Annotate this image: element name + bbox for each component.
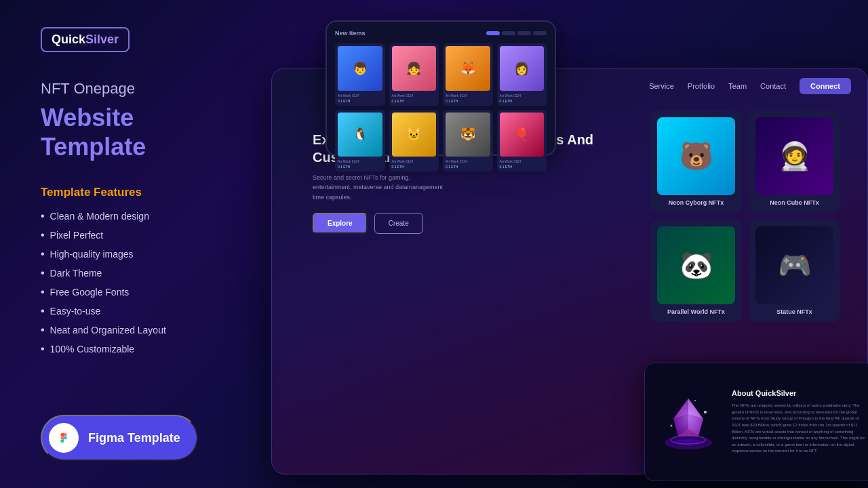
main-title: Website Template [41, 103, 244, 161]
nft-cube-name: Neon Cube NFTx [755, 199, 833, 206]
nft-parallel-img: 🐼 [657, 226, 735, 304]
nft-card-cube: 🧑‍🚀 Neon Cube NFTx [749, 110, 840, 213]
mockups-area: New Items 👦 Art Work 0124 0.1 ETH 👧 Art … [271, 0, 868, 488]
create-button[interactable]: Create [374, 213, 423, 234]
logo-text: QuickSilver [52, 33, 119, 47]
feature-item-6: Easy-to-use [41, 305, 244, 317]
features-heading: Template Features [41, 186, 244, 199]
features-list: Clean & Modern design Pixel Perfect High… [41, 210, 244, 362]
nft-small-img-3: 👩 [500, 46, 545, 91]
top-tablet-title: New Items [335, 30, 366, 37]
explore-button[interactable]: Explore [313, 213, 368, 234]
nft-small-img-6: 🐯 [446, 113, 490, 157]
nft-small-card-5: 🐱 Art Work 0124 0.1 ETH [389, 110, 439, 172]
top-tablet-header: New Items [335, 30, 547, 37]
feature-item-1: Clean & Modern design [41, 210, 244, 222]
hero-desc: Secure and secret NFTs for gaming, enter… [313, 173, 448, 202]
nft-small-card-6: 🐯 Art Work 0124 0.1 ETH [443, 110, 493, 172]
nft-parallel-name: Parallel World NFTx [657, 308, 735, 315]
nft-cube-img: 🧑‍🚀 [755, 117, 833, 195]
nft-small-card-2: 🦊 Art Work 0124 0.1 ETH [443, 43, 493, 106]
nft-small-card-7: 🎈 Art Work 0124 0.1 ETH [497, 110, 547, 172]
feature-item-3: High-quality images [41, 248, 244, 260]
nft-small-card-4: 🐧 Art Work 0124 0.1 ETH [335, 110, 385, 172]
about-title: About QuickSilver [732, 389, 865, 397]
nft-small-img-2: 🦊 [446, 46, 490, 91]
svg-point-10 [694, 400, 696, 401]
figma-label: Figma Template [88, 431, 180, 445]
nft-small-img-1: 👧 [392, 46, 437, 91]
nav-contact: Contact [760, 82, 786, 90]
bottom-tablet-mockup: About QuickSilver The NFTs are uniquely … [644, 363, 868, 481]
top-tablet-mockup: New Items 👦 Art Work 0124 0.1 ETH 👧 Art … [326, 20, 556, 156]
nft-statue-img: 🎮 [755, 226, 833, 304]
nft-featured-grid: 🐻 Neon Cyborg NFTx 🧑‍🚀 Neon Cube NFTx 🐼 … [650, 110, 840, 322]
svg-point-9 [671, 424, 673, 426]
left-panel: QuickSilver NFT Onepage Website Template… [0, 0, 285, 488]
feature-item-2: Pixel Perfect [41, 229, 244, 241]
nft-small-img-5: 🐱 [392, 113, 437, 157]
feature-item-8: 100% Customizable [41, 343, 244, 355]
connect-button[interactable]: Connect [800, 78, 851, 94]
nft-small-img-4: 🐧 [338, 113, 382, 157]
nft-card-statue: 🎮 Statue NFTx [749, 220, 840, 322]
tab-pill-active [486, 31, 500, 35]
nft-statue-name: Statue NFTx [755, 308, 833, 315]
tab-pill-2 [517, 31, 531, 35]
nav-service: Service [649, 82, 674, 90]
nft-cyborg-img: 🐻 [657, 117, 735, 195]
nft-small-img-0: 👦 [338, 46, 382, 91]
nft-card-parallel: 🐼 Parallel World NFTx [650, 220, 742, 322]
nft-small-img-7: 🎈 [500, 113, 545, 157]
nft-card-cyborg: 🐻 Neon Cyborg NFTx [650, 110, 742, 213]
nft-small-card-3: 👩 Art Work 0124 0.1 ETH [497, 43, 547, 106]
nft-cyborg-name: Neon Cyborg NFTx [657, 199, 735, 206]
tab-pills [486, 31, 547, 35]
about-desc: The NFTs are uniquely owned by millions … [732, 403, 865, 455]
nft-small-card-0: 👦 Art Work 0124 0.1 ETH [335, 43, 385, 106]
crystal-gem-illustration [654, 388, 722, 456]
tab-pill-3 [533, 31, 547, 35]
figma-template-button[interactable]: Figma Template [41, 415, 198, 461]
about-text-block: About QuickSilver The NFTs are uniquely … [732, 389, 865, 455]
svg-point-8 [704, 411, 707, 413]
tab-pill-1 [502, 31, 515, 35]
nav-protfolio: Protfolio [688, 82, 715, 90]
nft-small-card-1: 👧 Art Work 0124 0.1 ETH [389, 43, 439, 106]
subtitle: NFT Onepage [41, 79, 244, 99]
feature-item-4: Dark Theme [41, 267, 244, 279]
feature-item-5: Free Google Fonts [41, 286, 244, 298]
hero-buttons: Explore Create [313, 213, 630, 234]
logo: QuickSilver [41, 27, 130, 52]
figma-icon [49, 423, 79, 453]
feature-item-7: Neat and Organized Layout [41, 324, 244, 336]
nav-team: Team [728, 82, 747, 90]
top-tablet-grid: 👦 Art Work 0124 0.1 ETH 👧 Art Work 0124 … [335, 43, 547, 171]
